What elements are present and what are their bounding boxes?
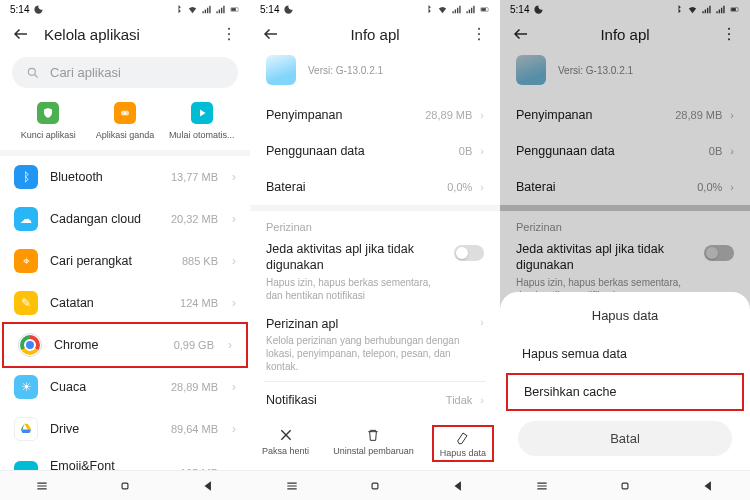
toggle-pause[interactable] (454, 245, 484, 261)
phone-app-info-sheet: 5:14 Info apl Versi: G-13.0.2.1 Penyimpa… (500, 0, 750, 500)
battery-icon (479, 4, 490, 15)
clear-data-button[interactable]: Hapus data (432, 425, 494, 462)
more-icon[interactable] (220, 25, 238, 43)
nav-menu-icon[interactable] (535, 479, 549, 493)
uninstall-button[interactable]: Uninstal pembaruan (327, 425, 420, 462)
svg-point-3 (228, 33, 230, 35)
trash-icon (365, 427, 381, 443)
signal-icon (465, 4, 476, 15)
search-input[interactable]: Cari aplikasi (12, 57, 238, 88)
phone-app-info: 5:14 Info apl Versi: G-13.0.2.1 Penyimpa… (250, 0, 500, 500)
drive-icon (14, 417, 38, 441)
list-item[interactable]: ☀Cuaca28,89 MB› (0, 366, 250, 408)
svg-point-5 (28, 68, 35, 75)
bluetooth-icon (173, 4, 184, 15)
signal-icon (215, 4, 226, 15)
chevron-right-icon: › (232, 170, 236, 184)
list-item[interactable]: ᛒBluetooth13,77 MB› (0, 156, 250, 198)
wifi-icon (437, 4, 448, 15)
shield-icon (37, 102, 59, 124)
nav-menu-icon[interactable] (285, 479, 299, 493)
nav-back-icon[interactable] (451, 479, 465, 493)
x-icon (278, 427, 294, 443)
chevron-right-icon: › (232, 380, 236, 394)
chevron-right-icon: › (232, 254, 236, 268)
svg-rect-14 (372, 483, 378, 489)
signal-icon (451, 4, 462, 15)
svg-point-7 (124, 111, 129, 116)
svg-point-4 (228, 38, 230, 40)
svg-rect-1 (231, 8, 236, 11)
autostart-icon (191, 102, 213, 124)
header: Info apl (250, 17, 500, 51)
battery-icon (229, 4, 240, 15)
row-storage[interactable]: Penyimpanan28,89 MB› (250, 97, 500, 133)
row-app-permissions[interactable]: Perizinan apl Kelola perizinan yang berh… (250, 310, 500, 381)
back-icon[interactable] (262, 25, 280, 43)
signal-icon (201, 4, 212, 15)
page-title: Info apl (294, 26, 456, 43)
nav-bar (500, 470, 750, 500)
quick-autostart[interactable]: Mulai otomatis... (167, 102, 237, 140)
quick-actions: Kunci aplikasi Aplikasi ganda Mulai otom… (0, 98, 250, 150)
list-item-chrome[interactable]: Chrome0,99 GB› (2, 322, 248, 368)
svg-rect-10 (481, 8, 486, 11)
list-item[interactable]: ⌖Cari perangkat885 KB› (0, 240, 250, 282)
weather-icon: ☀ (14, 375, 38, 399)
app-version: Versi: G-13.0.2.1 (308, 65, 383, 76)
row-notifications[interactable]: NotifikasiTidak› (250, 382, 500, 418)
bottom-actions: Paksa henti Uninstal pembaruan Hapus dat… (250, 417, 500, 470)
force-stop-button[interactable]: Paksa henti (256, 425, 315, 462)
list-item[interactable]: Drive89,64 MB› (0, 408, 250, 450)
svg-point-13 (478, 38, 480, 40)
row-battery[interactable]: Baterai0,0%› (250, 169, 500, 205)
cloud-icon: ☁ (14, 207, 38, 231)
nav-bar (0, 470, 250, 500)
status-bar: 5:14 (0, 0, 250, 17)
chevron-right-icon: › (480, 316, 484, 328)
bottom-sheet: Hapus data Hapus semua data Bersihkan ca… (500, 292, 750, 470)
nav-home-icon[interactable] (118, 479, 132, 493)
nav-home-icon[interactable] (368, 479, 382, 493)
section-permissions: Perizinan (250, 211, 500, 235)
bluetooth-icon (423, 4, 434, 15)
row-pause-unused: Jeda aktivitas apl jika tidak digunakan … (250, 235, 500, 310)
phone-manage-apps: 5:14 Kelola aplikasi Cari aplikasi Kun (0, 0, 250, 500)
list-item[interactable]: ✎Catatan124 MB› (0, 282, 250, 324)
bluetooth-icon: ᛒ (14, 165, 38, 189)
quick-lock[interactable]: Kunci aplikasi (13, 102, 83, 140)
nav-menu-icon[interactable] (35, 479, 49, 493)
sheet-delete-all[interactable]: Hapus semua data (500, 335, 750, 373)
app-icon (266, 55, 296, 85)
search-placeholder: Cari aplikasi (50, 65, 121, 80)
moon-icon (33, 4, 44, 15)
dual-icon (114, 102, 136, 124)
header: Kelola aplikasi (0, 17, 250, 51)
chevron-right-icon: › (232, 296, 236, 310)
page-title: Kelola aplikasi (44, 26, 206, 43)
svg-rect-8 (122, 483, 128, 489)
list-item[interactable]: ☁Cadangan cloud20,32 MB› (0, 198, 250, 240)
erase-icon (455, 429, 471, 445)
find-icon: ⌖ (14, 249, 38, 273)
nav-bar (250, 470, 500, 500)
nav-back-icon[interactable] (201, 479, 215, 493)
moon-icon (283, 4, 294, 15)
chevron-right-icon: › (480, 145, 484, 157)
note-icon: ✎ (14, 291, 38, 315)
nav-back-icon[interactable] (701, 479, 715, 493)
row-data[interactable]: Penggunaan data0B› (250, 133, 500, 169)
chevron-right-icon: › (480, 181, 484, 193)
app-list: ᛒBluetooth13,77 MB› ☁Cadangan cloud20,32… (0, 156, 250, 496)
sheet-cancel[interactable]: Batal (518, 421, 732, 456)
sheet-title: Hapus data (500, 308, 750, 335)
chevron-right-icon: › (480, 109, 484, 121)
back-icon[interactable] (12, 25, 30, 43)
sheet-clear-cache[interactable]: Bersihkan cache (506, 373, 744, 411)
more-icon[interactable] (470, 25, 488, 43)
quick-dual[interactable]: Aplikasi ganda (90, 102, 160, 140)
chevron-right-icon: › (232, 422, 236, 436)
svg-point-2 (228, 28, 230, 30)
chevron-right-icon: › (232, 212, 236, 226)
nav-home-icon[interactable] (618, 479, 632, 493)
